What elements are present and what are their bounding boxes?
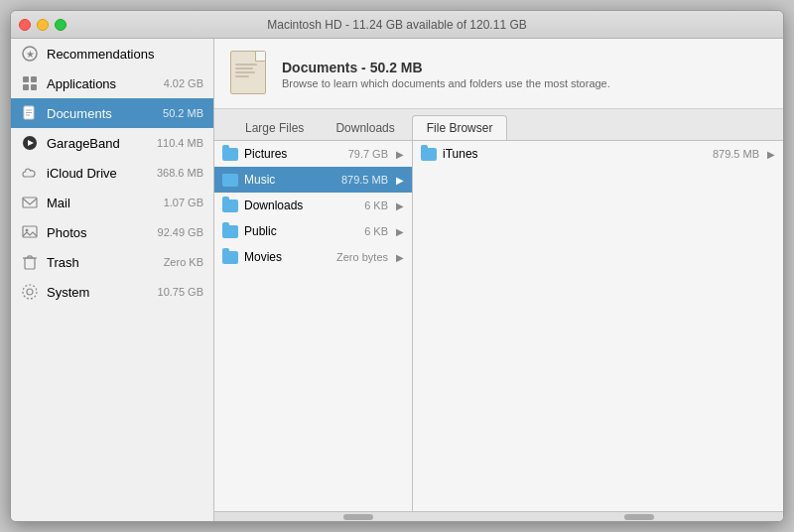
sidebar-item-applications[interactable]: Applications 4.02 GB: [11, 68, 213, 98]
sidebar-documents-label: Documents: [47, 106, 155, 121]
svg-rect-2: [23, 76, 29, 82]
arrow-icon-movies: ▶: [396, 252, 404, 263]
sidebar-mail-label: Mail: [47, 196, 156, 210]
scrollbar-indicator-2[interactable]: [624, 514, 654, 520]
mail-icon: [21, 194, 39, 211]
folder-icon-itunes: [421, 148, 437, 161]
sidebar-trash-size: Zero KB: [164, 256, 203, 268]
arrow-icon-itunes: ▶: [767, 149, 775, 160]
svg-text:★: ★: [26, 49, 35, 60]
tab-large-files[interactable]: Large Files: [230, 115, 319, 140]
folder-icon-movies: [222, 251, 238, 264]
sidebar-mail-size: 1.07 GB: [164, 197, 203, 208]
svg-rect-4: [23, 84, 29, 90]
file-size-itunes: 879.5 MB: [713, 148, 759, 160]
traffic-lights: [19, 19, 66, 31]
file-item-pictures[interactable]: Pictures 79.7 GB ▶: [214, 141, 412, 167]
documents-icon: [21, 104, 39, 122]
svg-point-19: [27, 289, 33, 295]
tab-downloads[interactable]: Downloads: [321, 115, 409, 140]
file-size-music: 879.5 MB: [341, 174, 388, 186]
svg-rect-3: [31, 76, 37, 82]
file-item-movies[interactable]: Movies Zero bytes ▶: [214, 244, 412, 270]
file-size-pictures: 79.7 GB: [348, 148, 388, 160]
sidebar-icloud-size: 368.6 MB: [157, 167, 203, 179]
trash-icon: [21, 253, 39, 271]
header-section: Documents - 50.2 MB Browse to learn whic…: [214, 39, 783, 109]
file-name-music: Music: [244, 173, 335, 187]
title-bar: Macintosh HD - 11.24 GB available of 120…: [11, 11, 783, 39]
file-item-itunes[interactable]: iTunes 879.5 MB ▶: [413, 141, 783, 167]
system-icon: [21, 283, 39, 301]
file-size-downloads: 6 KB: [364, 200, 388, 211]
file-item-music[interactable]: Music 879.5 MB ▶: [214, 167, 412, 193]
arrow-icon-public: ▶: [396, 226, 404, 237]
file-column-1: Pictures 79.7 GB ▶ Music 879.5 MB ▶ Down…: [214, 141, 413, 511]
sidebar-garageband-label: GarageBand: [47, 136, 149, 151]
maximize-button[interactable]: [55, 19, 66, 31]
sidebar-system-size: 10.75 GB: [158, 286, 203, 298]
folder-icon-pictures: [222, 148, 238, 161]
header-description: Browse to learn which documents and fold…: [282, 77, 610, 89]
folder-icon-downloads: [222, 200, 238, 212]
sidebar-icloud-label: iCloud Drive: [47, 166, 149, 181]
header-title: Documents - 50.2 MB: [282, 60, 610, 75]
file-item-public[interactable]: Public 6 KB ▶: [214, 218, 412, 244]
sidebar-item-documents[interactable]: Documents 50.2 MB: [11, 98, 213, 128]
folder-icon-music: [222, 174, 238, 187]
file-name-pictures: Pictures: [244, 147, 342, 161]
folder-icon-public: [222, 225, 238, 238]
file-size-movies: Zero bytes: [336, 251, 388, 263]
minimize-button[interactable]: [37, 19, 49, 31]
arrow-icon-pictures: ▶: [396, 149, 404, 160]
file-column-2: iTunes 879.5 MB ▶: [413, 141, 783, 511]
file-name-itunes: iTunes: [443, 147, 707, 161]
sidebar: ★ Recommendations Applications 4.02 GB: [11, 39, 214, 521]
svg-point-13: [26, 229, 29, 232]
tab-file-browser[interactable]: File Browser: [412, 115, 508, 140]
sidebar-garageband-size: 110.4 MB: [157, 137, 203, 149]
sidebar-recommendations-label: Recommendations: [47, 47, 203, 62]
window-title: Macintosh HD - 11.24 GB available of 120…: [267, 18, 526, 32]
file-size-public: 6 KB: [364, 225, 388, 237]
sidebar-photos-size: 92.49 GB: [158, 226, 203, 238]
file-name-downloads: Downloads: [244, 199, 358, 212]
sidebar-trash-label: Trash: [47, 255, 156, 270]
bottom-scrollbar-area: [214, 511, 783, 521]
document-icon: [230, 51, 270, 98]
file-name-movies: Movies: [244, 250, 331, 264]
close-button[interactable]: [19, 19, 31, 31]
sidebar-item-photos[interactable]: Photos 92.49 GB: [11, 217, 213, 247]
photos-icon: [21, 223, 39, 241]
applications-icon: [21, 74, 39, 92]
sidebar-item-recommendations[interactable]: ★ Recommendations: [11, 39, 213, 68]
sidebar-item-garageband[interactable]: GarageBand 110.4 MB: [11, 128, 213, 158]
header-info: Documents - 50.2 MB Browse to learn whic…: [282, 60, 610, 89]
sidebar-applications-label: Applications: [47, 76, 156, 91]
tab-bar: Large Files Downloads File Browser: [214, 109, 783, 141]
star-icon: ★: [21, 45, 39, 63]
content-area: ★ Recommendations Applications 4.02 GB: [11, 39, 783, 521]
app-window: Macintosh HD - 11.24 GB available of 120…: [10, 10, 784, 522]
svg-rect-14: [25, 258, 35, 269]
svg-rect-11: [23, 198, 37, 207]
garageband-icon: [21, 134, 39, 152]
sidebar-item-icloud[interactable]: iCloud Drive 368.6 MB: [11, 158, 213, 188]
svg-point-20: [23, 285, 37, 299]
sidebar-item-system[interactable]: System 10.75 GB: [11, 277, 213, 307]
sidebar-item-trash[interactable]: Trash Zero KB: [11, 247, 213, 277]
main-panel: Documents - 50.2 MB Browse to learn whic…: [214, 39, 783, 521]
svg-rect-5: [31, 84, 37, 90]
file-browser-area: Pictures 79.7 GB ▶ Music 879.5 MB ▶ Down…: [214, 141, 783, 511]
file-name-public: Public: [244, 224, 358, 238]
icloud-icon: [21, 164, 39, 182]
scrollbar-indicator-1[interactable]: [343, 514, 373, 520]
arrow-icon-downloads: ▶: [396, 200, 404, 211]
sidebar-applications-size: 4.02 GB: [164, 77, 203, 89]
sidebar-system-label: System: [47, 285, 150, 300]
arrow-icon-music: ▶: [396, 175, 404, 186]
sidebar-documents-size: 50.2 MB: [163, 107, 203, 119]
sidebar-item-mail[interactable]: Mail 1.07 GB: [11, 188, 213, 217]
sidebar-photos-label: Photos: [47, 225, 150, 240]
file-item-downloads[interactable]: Downloads 6 KB ▶: [214, 193, 412, 218]
